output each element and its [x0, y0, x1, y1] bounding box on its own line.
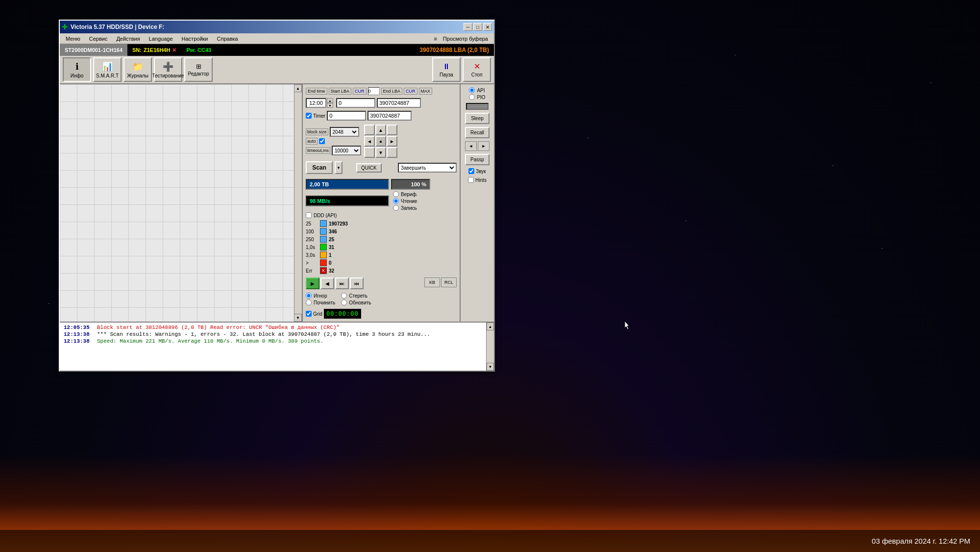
- menu-help[interactable]: Справка: [213, 35, 242, 43]
- arrow-center[interactable]: ●: [375, 136, 386, 147]
- progress-row: 2,00 ТВ 100 %: [306, 179, 457, 190]
- small-btn2[interactable]: ►: [478, 141, 490, 151]
- skip-rev-button[interactable]: ⏮: [350, 277, 364, 289]
- toolbar-info[interactable]: ℹ Инфо: [63, 57, 91, 82]
- api-radio-input[interactable]: [469, 87, 475, 93]
- buffer-button[interactable]: Просмотр буфера: [439, 35, 492, 43]
- time-down-arrow[interactable]: ▼: [327, 103, 333, 108]
- graph-scroll-down[interactable]: ▼: [294, 314, 302, 322]
- timer-start-input[interactable]: [327, 111, 366, 121]
- device-lba: 3907024888 LBA (2,0 TB): [415, 44, 494, 56]
- arrow-down-left[interactable]: [364, 147, 375, 158]
- read-radio-input[interactable]: [393, 198, 399, 204]
- stop-icon: ✕: [474, 62, 480, 71]
- pause-button[interactable]: ⏸ Пауза: [432, 57, 461, 82]
- read-radio: Чтение: [393, 198, 417, 204]
- write-label: Запись: [401, 205, 417, 211]
- arrow-left[interactable]: ◄: [364, 136, 375, 147]
- log-content: 12:05:35 Block start at 3812048896 (2,0 …: [60, 323, 486, 371]
- log-scroll-track[interactable]: [487, 330, 494, 363]
- menu-language[interactable]: Language: [145, 35, 177, 43]
- sn-close-button[interactable]: ✕: [172, 47, 176, 53]
- minimize-button[interactable]: ─: [464, 23, 472, 31]
- graph-scroll-track[interactable]: [294, 92, 302, 314]
- start-lba-input[interactable]: [336, 98, 375, 108]
- mode-radio-group: Вериф. Чтение Запись: [393, 191, 417, 211]
- toolbar-editor[interactable]: ⊞ Редактор: [184, 57, 213, 82]
- arrow-right[interactable]: ►: [387, 136, 397, 147]
- device-pw: Pw: CC43: [181, 44, 216, 56]
- completion-select[interactable]: Завершить: [398, 163, 457, 173]
- play-fwd-button[interactable]: ▶: [306, 277, 319, 289]
- log-scroll-up[interactable]: ▲: [487, 323, 494, 330]
- arrow-up-left[interactable]: [364, 125, 375, 135]
- scan-button[interactable]: Scan: [306, 161, 333, 174]
- menu-actions[interactable]: Действия: [112, 35, 144, 43]
- hints-checkbox[interactable]: [468, 177, 474, 183]
- sleep-button[interactable]: Sleep: [465, 113, 490, 124]
- auto-checkbox[interactable]: [319, 138, 325, 144]
- passp-button[interactable]: Passp: [465, 154, 490, 165]
- title-controls: ─ □ ✕: [464, 23, 492, 31]
- toolbar-logs[interactable]: 📁 Журналы: [123, 57, 152, 82]
- maximize-button[interactable]: □: [473, 23, 482, 31]
- action-radio-group: Игнор Починить: [306, 293, 335, 305]
- play-rev-button[interactable]: ◀: [320, 277, 334, 289]
- timer-end-input[interactable]: [368, 111, 412, 121]
- small-btn1[interactable]: ◄: [465, 141, 477, 151]
- kb1-button[interactable]: KB: [424, 277, 440, 287]
- lba-header: End time Start LBA CUR End LBA CUR MAX: [306, 87, 457, 95]
- time-up-arrow[interactable]: ▲: [327, 98, 333, 103]
- stat-100-value: 346: [329, 229, 337, 234]
- maximize-icon: □: [476, 25, 479, 30]
- recall-button[interactable]: Recall: [465, 127, 490, 138]
- pio-radio-input[interactable]: [469, 94, 475, 100]
- menu-service[interactable]: Сервис: [85, 35, 112, 43]
- log-scroll-down[interactable]: ▼: [487, 363, 494, 371]
- zvuk-checkbox[interactable]: [468, 168, 474, 174]
- kb2-button[interactable]: RCL: [441, 277, 457, 287]
- ddd-checkbox[interactable]: [306, 212, 312, 218]
- close-button[interactable]: ✕: [483, 23, 492, 31]
- auto-row: auto: [306, 138, 361, 145]
- block-size-section: block size 2048 auto timeout,ms 10000: [306, 127, 361, 155]
- timeout-select[interactable]: 10000: [332, 146, 361, 155]
- graph-scroll-up[interactable]: ▲: [294, 84, 302, 92]
- timeout-label: timeout,ms: [306, 147, 330, 154]
- log-msg-3: Speed: Maximum 221 MB/s. Average 110 MB/…: [97, 338, 323, 344]
- block-size-select[interactable]: 2048: [330, 127, 359, 137]
- skip-fwd-button[interactable]: ⏭: [335, 277, 349, 289]
- end-lba-input[interactable]: [377, 98, 421, 108]
- ignor-radio-input[interactable]: [306, 293, 312, 299]
- menu-settings[interactable]: Настройки: [178, 35, 212, 43]
- menu-menu[interactable]: Меню: [62, 35, 84, 43]
- device-name: ST2000DM001-1CH164: [60, 44, 127, 56]
- write-radio-input[interactable]: [393, 205, 399, 211]
- stop-button[interactable]: ✕ Стоп: [463, 57, 491, 82]
- device-bar: ST2000DM001-1CH164 SN: Z1E16H4H ✕ Pw: CC…: [60, 44, 494, 56]
- arrow-up-right[interactable]: [387, 125, 397, 135]
- stat-25-box: [320, 220, 327, 227]
- timer-checkbox[interactable]: [306, 113, 312, 119]
- arrow-down-right[interactable]: [387, 147, 397, 158]
- pochinit-radio-input[interactable]: [306, 300, 312, 305]
- toolbar-smart[interactable]: 📊 S.M.A.R.T: [93, 57, 122, 82]
- obnovit-radio-input[interactable]: [341, 300, 347, 305]
- progress-bar: 2,00 ТВ: [306, 179, 389, 190]
- end-lba-label: End LBA: [381, 88, 403, 95]
- arrow-up[interactable]: ▲: [375, 125, 386, 135]
- toolbar-test[interactable]: ➕ Тестирование: [154, 57, 182, 82]
- grid-checkbox[interactable]: [306, 311, 312, 317]
- completion-dropdown: Завершить: [398, 163, 457, 173]
- verif-radio-input[interactable]: [393, 191, 399, 197]
- cur-value-input[interactable]: [368, 87, 380, 95]
- ignor-radio: Игнор: [306, 293, 335, 299]
- scan-dropdown[interactable]: ▼: [335, 161, 343, 174]
- time-input[interactable]: [306, 98, 326, 108]
- quick-button[interactable]: QUICK: [356, 163, 382, 173]
- block-timeout-row: block size 2048 auto timeout,ms 10000: [306, 125, 457, 158]
- steret-radio-input[interactable]: [341, 293, 347, 299]
- progress-section: 2,00 ТВ 100 % 98 MB/s Вериф: [306, 179, 457, 218]
- arrow-down[interactable]: ▼: [375, 147, 386, 158]
- stat-3s-value: 1: [329, 252, 332, 258]
